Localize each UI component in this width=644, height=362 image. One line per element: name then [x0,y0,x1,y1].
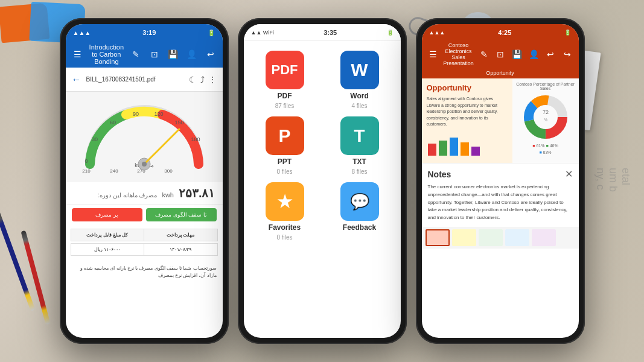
phone-1: ▲▲▲ 3:19 🔋 ☰ Introduction to Carbon Bond… [60,18,229,344]
file-bar-actions: ☾ ⤴ ⋮ [189,75,217,84]
phone3-edit-icon[interactable]: ✎ [477,47,491,62]
slide-section-title: Opportunity [427,83,508,92]
thumb-5[interactable] [532,229,556,246]
phone3-user-icon[interactable]: 👤 [528,47,541,62]
gauge-svg: 0 30 60 90 120 150 180 210 240 270 300 k… [78,98,211,176]
phone1-file-bar: ← BILL_1670083241501.pdf ☾ ⤴ ⋮ [66,68,223,92]
phone3-toolbar: ☰ Contoso Electronics Sales Presentation… [422,41,579,68]
txt-icon: T [340,116,379,155]
thumb-3[interactable] [479,229,503,246]
phone-2: ▲▲ WiFi 3:35 🔋 PDF PDF 87 files [238,18,407,344]
ppt-label: PPT [278,157,292,166]
share-icon[interactable]: 👤 [185,47,199,62]
red-button[interactable]: پر مصرف [72,208,142,221]
notes-panel: Notes ✕ The current consumer electronics… [422,163,579,227]
phone3-time: 4:25 [498,29,511,36]
favorites-icon: ★ [266,182,304,221]
phone2-status-bar: ▲▲ WiFi 3:35 🔋 [244,24,401,41]
meter-data: ۲۵۳.۸۱ kwh مصرف ماهانه این دوره: [66,182,223,205]
svg-text:180: 180 [191,136,200,142]
chart-title: Contoso Percentage of Partner Sales [516,82,575,91]
phone3-title: Contoso Electronics Sales Presentation [443,42,474,66]
pdf-icon-label: PDF [272,62,298,78]
phone3-redo-icon[interactable]: ↪ [561,47,574,62]
favorites-count: 0 files [276,234,292,241]
favorites-label: Favorites [269,223,301,232]
menu-icon[interactable]: ☰ [71,47,84,62]
pdf-label: PDF [278,92,292,100]
svg-rect-18 [461,142,469,156]
notes-close-button[interactable]: ✕ [565,168,573,180]
feedback-icon: 💬 [340,182,379,221]
phone3-save-icon[interactable]: 💾 [511,47,524,62]
svg-text:60: 60 [109,119,115,125]
file-item-word[interactable]: W Word 4 files [326,51,394,109]
phones-container: ▲▲▲ 3:19 🔋 ☰ Introduction to Carbon Bond… [0,0,644,362]
file-item-txt[interactable]: T TXT 8 files [326,116,394,175]
svg-rect-17 [450,138,458,156]
notes-title: Notes [428,170,451,179]
file-item-ppt[interactable]: P PPT 0 files [251,116,319,175]
col2-header: کل مبلغ قابل پرداخت [71,229,144,241]
back-button[interactable]: ← [72,74,81,85]
svg-text:150: 150 [174,119,183,125]
slide-left: Opportunity Sales alignment with Contoso… [422,78,512,163]
file-item-feedback[interactable]: 💬 Feedback [326,182,394,241]
chart-legend: ■ 61% ■ 46% [516,144,575,148]
phone-1-screen: ▲▲▲ 3:19 🔋 ☰ Introduction to Carbon Bond… [66,24,223,338]
svg-rect-19 [471,147,480,156]
notes-body: The current consumer electronics market … [428,183,573,222]
meter-number: ۲۵۳.۸۱ [179,186,215,200]
donut-chart-svg: 72 % [521,93,570,141]
ppt-count: 0 files [276,168,292,175]
txt-icon-label: T [354,125,365,146]
svg-text:300: 300 [164,168,173,174]
thumb-4[interactable] [505,229,529,246]
meter-value-row: ۲۵۳.۸۱ kwh مصرف ماهانه این دوره: [73,186,215,200]
file-item-pdf[interactable]: PDF PDF 87 files [251,51,319,109]
svg-text:%: % [543,118,547,122]
phone1-title: Introduction to Carbon Bonding [89,43,124,65]
svg-text:0: 0 [84,158,88,164]
save-icon[interactable]: 💾 [166,47,180,62]
phone-3-screen: ▲▲▲ 4:25 🔋 ☰ Contoso Electronics Sales P… [422,24,579,338]
thumb-2[interactable] [452,229,476,246]
crop-icon[interactable]: ⊡ [147,47,161,62]
svg-text:72: 72 [542,109,548,115]
notes-header: Notes ✕ [428,168,573,180]
phone-2-screen: ▲▲ WiFi 3:35 🔋 PDF PDF 87 files [244,24,401,338]
phone3-signal: ▲▲▲ [429,30,445,36]
undo-icon[interactable]: ↩ [203,47,217,62]
moon-icon[interactable]: ☾ [189,75,197,84]
phone1-battery: 🔋 [208,30,215,36]
share2-icon[interactable]: ⤴ [200,75,205,84]
phone3-present-icon[interactable]: ⊡ [494,47,507,62]
phone2-time: 3:35 [324,29,337,36]
phone3-menu-icon[interactable]: ☰ [427,47,440,62]
kwh-unit: kwh [162,191,174,198]
phone1-time: 3:19 [142,29,156,36]
pdf-count: 87 files [275,103,295,109]
thumb-1[interactable] [426,229,450,246]
phone2-battery: 🔋 [387,30,394,36]
phone1-signal: ▲▲▲ [73,30,91,36]
phone3-undo-icon[interactable]: ↩ [544,47,557,62]
phone1-status-bar: ▲▲▲ 3:19 🔋 [66,24,223,41]
slide-right: Contoso Percentage of Partner Sales [512,78,579,163]
ppt-icon: P [266,116,304,155]
word-icon-label: W [351,60,368,80]
feedback-icon-label: 💬 [350,192,369,211]
file-item-favorites[interactable]: ★ Favorites 0 files [251,182,319,241]
ppt-icon-label: P [278,125,290,146]
phone1-toolbar: ☰ Introduction to Carbon Bonding ✎ ⊡ 💾 👤… [66,41,223,68]
file-name: BILL_1670083241501.pdf [86,76,184,83]
svg-line-13 [144,129,179,164]
chart-legend2: ■ 63% [516,150,575,154]
green-button[interactable]: تا سقف الگوی مصرف [146,208,217,221]
feedback-label: Feedback [343,223,376,232]
svg-text:90: 90 [132,111,138,117]
edit-icon[interactable]: ✎ [129,47,142,62]
more-icon[interactable]: ⋮ [208,75,217,84]
word-label: Word [350,92,368,100]
svg-rect-15 [428,144,436,156]
